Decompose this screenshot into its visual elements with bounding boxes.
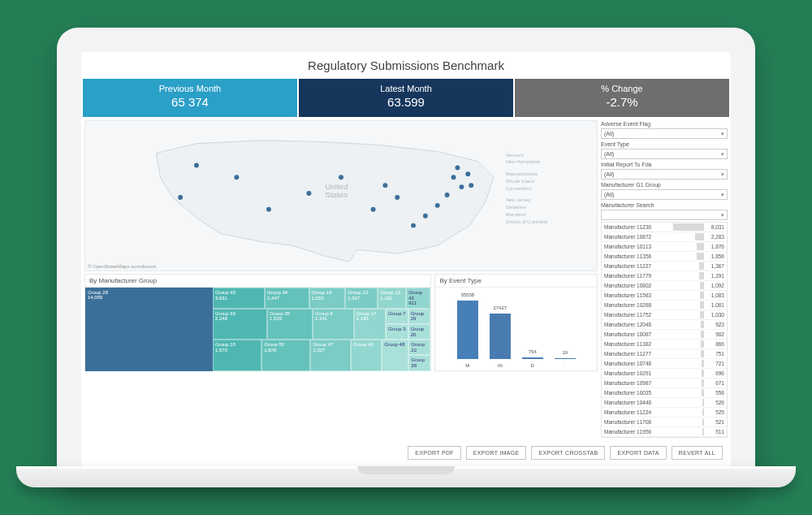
kpi-latest-month[interactable]: Latest Month 63.599 xyxy=(299,79,513,117)
svg-point-12 xyxy=(234,175,239,180)
manufacturer-search-input[interactable] xyxy=(601,210,728,220)
list-item[interactable]: Manufacturer 11277751 xyxy=(602,349,727,359)
svg-text:District of Columbia: District of Columbia xyxy=(506,219,548,224)
map-attribution: © OpenStreetMaps contributors xyxy=(88,264,156,269)
list-item[interactable]: Manufacturer 101131,876 xyxy=(602,242,727,252)
panel-title: By Manufacturer Group xyxy=(85,275,430,288)
list-item[interactable]: Manufacturer 113561,858 xyxy=(602,252,727,262)
state-callouts: Vermont New Hampshire Massachusetts Rhod… xyxy=(506,153,548,224)
svg-point-8 xyxy=(371,207,376,212)
panel-title: By Event Type xyxy=(435,275,597,288)
svg-point-0 xyxy=(451,175,456,180)
manufacturer-group-select[interactable]: (All) xyxy=(601,189,728,200)
svg-point-13 xyxy=(194,162,199,167)
svg-point-11 xyxy=(266,207,271,212)
svg-text:Connecticut: Connecticut xyxy=(506,186,532,191)
svg-point-15 xyxy=(455,165,460,170)
filter-label: Manufacturer G1 Group xyxy=(601,182,728,188)
svg-text:States: States xyxy=(325,190,348,199)
list-item[interactable]: Manufacturer 10035558 xyxy=(602,388,727,398)
bar-chart-panel[interactable]: By Event Type 35558M 27427IN 754D 19· xyxy=(434,274,598,371)
kpi-change[interactable]: % Change -2.7% xyxy=(515,79,729,117)
svg-text:Delaware: Delaware xyxy=(506,205,527,210)
kpi-value: -2.7% xyxy=(515,95,729,109)
svg-point-9 xyxy=(339,175,343,180)
export-crosstab-button[interactable]: EXPORT CROSSTAB xyxy=(531,446,605,460)
list-item[interactable]: Manufacturer 12048923 xyxy=(602,320,727,330)
svg-text:Maryland: Maryland xyxy=(506,212,525,217)
list-item[interactable]: Manufacturer 11956511 xyxy=(602,427,727,437)
svg-point-7 xyxy=(382,183,387,188)
laptop-frame: Regulatory Submissions Benchmark Previou… xyxy=(57,28,755,487)
svg-point-10 xyxy=(306,191,311,196)
list-item[interactable]: Manufacturer 117521,030 xyxy=(602,310,727,320)
svg-point-3 xyxy=(435,203,440,208)
svg-text:Massachusetts: Massachusetts xyxy=(506,171,538,176)
export-toolbar: EXPORT PDF EXPORT IMAGE EXPORT CROSSTAB … xyxy=(81,439,731,468)
list-item[interactable]: Manufacturer 11382866 xyxy=(602,340,727,349)
adverse-event-select[interactable]: (All) xyxy=(601,128,728,139)
list-item[interactable]: Manufacturer 117791,291 xyxy=(602,271,727,281)
list-item[interactable]: Manufacturer 112308,031 xyxy=(602,223,727,232)
svg-text:New Hampshire: New Hampshire xyxy=(506,159,541,164)
svg-point-2 xyxy=(445,193,450,197)
filter-label: Manufacturer Search xyxy=(601,202,728,208)
list-item[interactable]: Manufacturer 108021,092 xyxy=(602,281,727,291)
laptop-base xyxy=(16,466,796,487)
kpi-value: 65 374 xyxy=(83,95,297,109)
svg-point-5 xyxy=(411,223,416,228)
list-item[interactable]: Manufacturer 115831,083 xyxy=(602,291,727,301)
bar-chart: 35558M 27427IN 754D 19· xyxy=(435,288,597,370)
filter-label: Event Type xyxy=(601,141,728,147)
map-panel[interactable]: United States Vermont New Hampshire Mass… xyxy=(84,120,598,271)
kpi-label: % Change xyxy=(515,84,729,93)
manufacturer-list[interactable]: Manufacturer 112308,031Manufacturer 1087… xyxy=(601,222,728,438)
us-map: United States Vermont New Hampshire Mass… xyxy=(85,121,597,270)
dashboard-screen: Regulatory Submissions Benchmark Previou… xyxy=(81,52,731,468)
export-data-button[interactable]: EXPORT DATA xyxy=(610,446,666,460)
svg-point-1 xyxy=(459,184,464,189)
treemap-panel[interactable]: By Manufacturer Group Group 28 14,059 Gr… xyxy=(84,274,431,371)
svg-point-16 xyxy=(465,171,470,176)
list-item[interactable]: Manufacturer 112271,367 xyxy=(602,262,727,271)
list-item[interactable]: Manufacturer 11708521 xyxy=(602,418,727,427)
kpi-value: 63.599 xyxy=(299,95,513,109)
bar: 27427IN xyxy=(490,314,511,359)
list-item[interactable]: Manufacturer 10448526 xyxy=(602,398,727,408)
initial-report-select[interactable]: (All) xyxy=(601,169,728,180)
svg-point-17 xyxy=(469,183,473,188)
event-type-select[interactable]: (All) xyxy=(601,149,728,159)
list-item[interactable]: Manufacturer 10291696 xyxy=(602,369,727,379)
bar: 19· xyxy=(555,358,576,359)
bar: 754D xyxy=(522,357,543,359)
svg-text:Vermont: Vermont xyxy=(506,153,524,158)
list-item[interactable]: Manufacturer 10087902 xyxy=(602,330,727,340)
export-pdf-button[interactable]: EXPORT PDF xyxy=(408,446,460,460)
svg-text:New Jersey: New Jersey xyxy=(506,197,531,202)
list-item[interactable]: Manufacturer 10748721 xyxy=(602,359,727,369)
filter-label: Initial Report To Fda xyxy=(601,162,728,167)
kpi-label: Latest Month xyxy=(299,84,513,93)
bar: 35558M xyxy=(457,301,478,359)
svg-text:Rhode Island: Rhode Island xyxy=(506,179,534,184)
list-item[interactable]: Manufacturer 10987671 xyxy=(602,379,727,388)
list-item[interactable]: Manufacturer 108722,283 xyxy=(602,232,727,242)
filter-label: Adverse Event Flag xyxy=(601,121,728,127)
svg-point-6 xyxy=(395,195,400,200)
page-title: Regulatory Submissions Benchmark xyxy=(81,52,731,79)
filter-sidebar: Adverse Event Flag (All) Event Type (All… xyxy=(601,120,728,438)
treemap-cell: Group 28 14,059 xyxy=(85,288,213,371)
list-item[interactable]: Manufacturer 102881,081 xyxy=(602,301,727,310)
svg-point-14 xyxy=(178,195,183,200)
kpi-previous-month[interactable]: Previous Month 65 374 xyxy=(83,79,297,117)
kpi-label: Previous Month xyxy=(83,84,297,93)
revert-all-button[interactable]: REVERT ALL xyxy=(672,446,723,460)
export-image-button[interactable]: EXPORT IMAGE xyxy=(466,446,527,460)
list-item[interactable]: Manufacturer 11224525 xyxy=(602,408,727,418)
svg-point-4 xyxy=(423,214,428,219)
kpi-row: Previous Month 65 374 Latest Month 63.59… xyxy=(81,79,731,117)
